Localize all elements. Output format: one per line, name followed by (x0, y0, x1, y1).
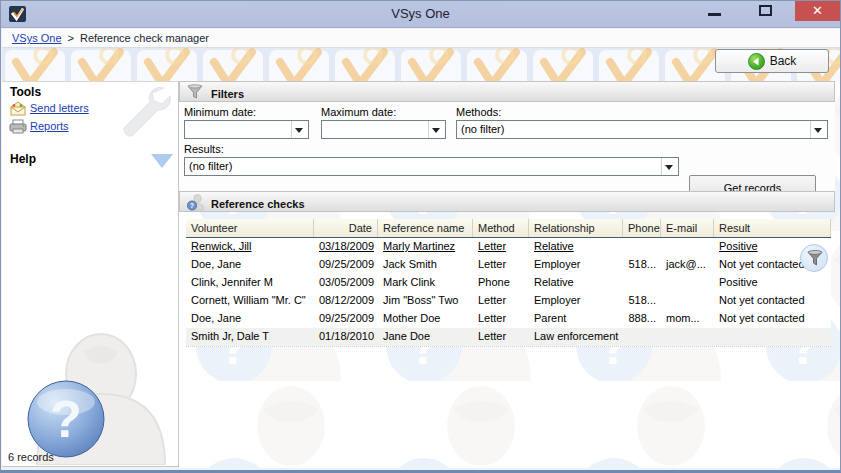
cell-volunteer[interactable]: Cornett, William "Mr. C" (186, 292, 314, 310)
cell-method[interactable]: Letter (473, 238, 529, 256)
maximize-icon (759, 5, 772, 16)
main-area: Filters Minimum date: Maximum date: Meth… (179, 81, 840, 468)
breadcrumb-home-link[interactable]: VSys One (12, 32, 62, 44)
cell-phone[interactable] (623, 238, 661, 256)
table-row[interactable]: Cornett, William "Mr. C"08/12/2009Jim "B… (186, 292, 831, 310)
cell-reference[interactable]: Jane Doe (378, 328, 473, 346)
cell-reference[interactable]: Jack Smith (378, 256, 473, 274)
breadcrumb: VSys One>Reference check manager (2, 29, 841, 48)
cell-relationship[interactable]: Parent (529, 310, 623, 328)
cell-method[interactable]: Letter (473, 328, 529, 346)
mail-icon (9, 101, 27, 116)
cell-phone[interactable] (623, 328, 661, 346)
cell-reference[interactable]: Mother Doe (378, 310, 473, 328)
cell-result[interactable]: Positive (714, 274, 831, 292)
combo-arrow[interactable] (428, 121, 445, 138)
maximize-button[interactable] (749, 1, 783, 21)
cell-relationship[interactable]: Employer (529, 256, 623, 274)
cell-date[interactable]: 08/12/2009 (314, 292, 378, 310)
app-window: VSys One ✕ VSys One>Reference check mana… (0, 0, 841, 473)
status-records-count: 6 records (8, 451, 54, 463)
results-combo[interactable]: (no filter) (184, 157, 679, 176)
grid-filter-button[interactable] (800, 244, 828, 272)
cell-reference[interactable]: Mark Clink (378, 274, 473, 292)
min-date-combo[interactable] (184, 120, 309, 139)
cell-method[interactable]: Phone (473, 274, 529, 292)
table-row[interactable]: Renwick, Jill03/18/2009Marly MartinezLet… (186, 238, 831, 256)
cell-result[interactable]: Not yet contacted (714, 310, 831, 328)
cell-phone[interactable]: 888... (623, 310, 661, 328)
chevron-down-icon[interactable] (151, 154, 173, 168)
column-header-method[interactable]: Method (473, 219, 529, 237)
reference-checks-table: VolunteerDateReference nameMethodRelatio… (186, 219, 831, 347)
max-date-label: Maximum date: (321, 106, 396, 118)
funnel-icon (187, 84, 203, 100)
column-header-volunteer[interactable]: Volunteer (186, 219, 314, 237)
person-question-icon: ? (187, 194, 204, 211)
max-date-combo[interactable] (321, 120, 446, 139)
close-icon: ✕ (812, 3, 823, 18)
table-row[interactable]: Clink, Jennifer M03/05/2009Mark ClinkPho… (186, 274, 831, 292)
cell-volunteer[interactable]: Renwick, Jill (186, 238, 314, 256)
refchecks-section-header: ? Reference checks (179, 191, 835, 212)
cell-volunteer[interactable]: Doe, Jane (186, 310, 314, 328)
minimize-icon (708, 13, 721, 16)
cell-method[interactable]: Letter (473, 310, 529, 328)
column-header-date[interactable]: Date (314, 219, 378, 237)
cell-email[interactable] (661, 328, 714, 346)
table-row[interactable]: Doe, Jane09/25/2009Jack SmithLetterEmplo… (186, 256, 831, 274)
back-button[interactable]: Back (715, 49, 829, 73)
cell-email[interactable] (661, 292, 714, 310)
svg-text:?: ? (50, 390, 82, 448)
cell-volunteer[interactable]: Clink, Jennifer M (186, 274, 314, 292)
table-row[interactable]: Doe, Jane09/25/2009Mother DoeLetterParen… (186, 310, 831, 328)
column-header-reference[interactable]: Reference name (378, 219, 473, 237)
refchecks-heading: Reference checks (211, 195, 305, 214)
table-row[interactable]: Smith Jr, Dale T01/18/2010Jane DoeLetter… (186, 328, 831, 346)
column-header-phone[interactable]: Phone (623, 219, 661, 237)
cell-phone[interactable]: 518... (623, 256, 661, 274)
cell-date[interactable]: 09/25/2009 (314, 310, 378, 328)
methods-combo[interactable]: (no filter) (456, 120, 828, 139)
cell-volunteer[interactable]: Smith Jr, Dale T (186, 328, 314, 346)
printer-icon (9, 119, 27, 134)
help-person-icon: ? (4, 332, 176, 465)
cell-email[interactable]: mom... (661, 310, 714, 328)
minimize-button[interactable] (699, 1, 731, 21)
cell-relationship[interactable]: Relative (529, 274, 623, 292)
cell-phone[interactable]: 518... (623, 292, 661, 310)
column-header-email[interactable]: E-mail (661, 219, 714, 237)
cell-relationship[interactable]: Law enforcement (529, 328, 623, 346)
cell-method[interactable]: Letter (473, 256, 529, 274)
cell-result[interactable]: Not yet contacted (714, 292, 831, 310)
cell-date[interactable]: 03/05/2009 (314, 274, 378, 292)
cell-email[interactable] (661, 274, 714, 292)
cell-date[interactable]: 09/25/2009 (314, 256, 378, 274)
cell-phone[interactable] (623, 274, 661, 292)
funnel-icon (806, 249, 824, 268)
cell-email[interactable] (661, 238, 714, 256)
cell-email[interactable]: jack@... (661, 256, 714, 274)
table-header-row: VolunteerDateReference nameMethodRelatio… (186, 219, 831, 238)
sidebar-item-send-letters[interactable]: Send letters (30, 102, 89, 114)
cell-relationship[interactable]: Relative (529, 238, 623, 256)
cell-volunteer[interactable]: Doe, Jane (186, 256, 314, 274)
column-header-relationship[interactable]: Relationship (529, 219, 623, 237)
cell-date[interactable]: 03/18/2009 (314, 238, 378, 256)
cell-date[interactable]: 01/18/2010 (314, 328, 378, 346)
combo-arrow[interactable] (661, 158, 678, 175)
results-label: Results: (184, 143, 224, 155)
combo-arrow[interactable] (810, 121, 827, 138)
cell-reference[interactable]: Jim "Boss" Two (378, 292, 473, 310)
methods-value: (no filter) (461, 123, 504, 135)
tools-heading: Tools (10, 85, 41, 99)
cell-method[interactable]: Letter (473, 292, 529, 310)
column-header-result[interactable]: Result (714, 219, 831, 237)
cell-reference[interactable]: Marly Martinez (378, 238, 473, 256)
svg-text:?: ? (190, 202, 194, 209)
close-button[interactable]: ✕ (795, 1, 840, 21)
sidebar-item-reports[interactable]: Reports (30, 120, 69, 132)
combo-arrow[interactable] (291, 121, 308, 138)
cell-result[interactable] (714, 328, 831, 346)
cell-relationship[interactable]: Employer (529, 292, 623, 310)
